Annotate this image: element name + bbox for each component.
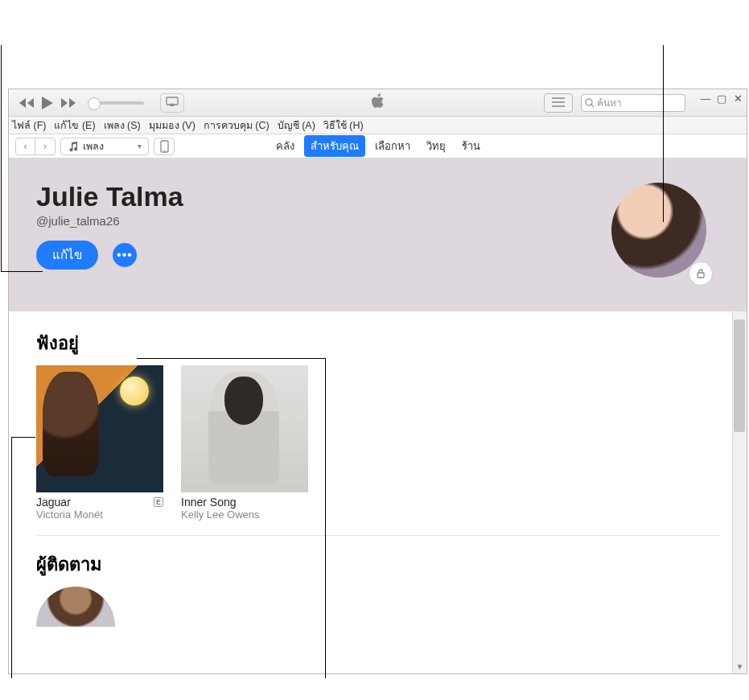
list-view-button[interactable] <box>544 93 573 113</box>
menu-account[interactable]: บัญชี (A) <box>278 117 315 134</box>
navbar: ‹ › เพลง ▾ คลัง สำหรับคุณ เลือกหา วิทยุ … <box>9 134 747 159</box>
close-button[interactable]: ✕ <box>732 93 743 104</box>
callout-line-more <box>325 358 326 678</box>
follower-avatar[interactable] <box>36 587 115 627</box>
menu-song[interactable]: เพลง (S) <box>104 117 141 134</box>
search-icon <box>585 98 595 108</box>
profile-avatar[interactable] <box>611 183 706 278</box>
callout-line-listening <box>11 437 12 678</box>
profile-header: Julie Talma @julie_talma26 แก้ไข ••• <box>9 159 747 311</box>
back-button[interactable]: ‹ <box>16 138 35 154</box>
search-placeholder: ค้นหา <box>597 95 622 110</box>
device-button[interactable] <box>154 138 175 155</box>
menu-controls[interactable]: การควบคุม (C) <box>204 117 270 134</box>
minimize-button[interactable]: — <box>700 93 711 104</box>
content-pane: ▲ ▼ Julie Talma @julie_talma26 แก้ไข •••… <box>9 159 747 673</box>
tab-radio[interactable]: วิทยุ <box>420 135 452 157</box>
callout-line-left <box>1 45 2 272</box>
section-listening-title: ฟังอยู่ <box>36 329 719 357</box>
lock-icon <box>695 268 706 279</box>
previous-button[interactable] <box>19 97 35 109</box>
scroll-down-icon[interactable]: ▼ <box>733 659 747 673</box>
album-artist: Kelly Lee Owens <box>181 509 308 521</box>
privacy-lock-badge <box>689 261 713 286</box>
next-button[interactable] <box>60 97 76 109</box>
media-type-select[interactable]: เพลง ▾ <box>60 138 149 155</box>
album-title: Inner Song <box>181 496 237 509</box>
app-window: ค้นหา — ▢ ✕ ไฟล์ (F) แก้ไข (E) เพลง (S) … <box>8 89 747 674</box>
album-item[interactable]: Jaguar E Victoria Monét <box>36 365 163 521</box>
menu-file[interactable]: ไฟล์ (F) <box>12 117 46 134</box>
apple-logo-icon <box>371 93 385 113</box>
edit-profile-button[interactable]: แก้ไข <box>36 241 98 270</box>
nav-history: ‹ › <box>15 138 56 155</box>
menu-edit[interactable]: แก้ไข (E) <box>54 117 95 134</box>
section-divider <box>36 535 719 536</box>
menu-view[interactable]: มุมมอง (V) <box>149 117 195 134</box>
section-followers-title: ผู้ติดตาม <box>36 550 719 579</box>
search-input[interactable]: ค้นหา <box>581 94 685 112</box>
volume-slider[interactable] <box>88 101 144 105</box>
menu-help[interactable]: วิธีใช้ (H) <box>323 117 364 134</box>
svg-line-2 <box>591 105 594 107</box>
album-title: Jaguar <box>36 496 71 509</box>
tab-library[interactable]: คลัง <box>270 135 301 157</box>
forward-button[interactable]: › <box>35 138 55 154</box>
more-options-button[interactable]: ••• <box>113 243 137 267</box>
listening-album-row: Jaguar E Victoria Monét Inner Song Kelly… <box>36 365 719 521</box>
airplay-button[interactable] <box>160 93 184 113</box>
playback-controls <box>9 93 184 113</box>
scrollbar-thumb[interactable] <box>734 319 745 432</box>
section-tabs: คลัง สำหรับคุณ เลือกหา วิทยุ ร้าน <box>270 135 487 157</box>
callout-line-more-h <box>137 358 326 359</box>
chevron-down-icon: ▾ <box>138 142 142 150</box>
callout-line-listening-h <box>11 437 35 438</box>
tab-for-you[interactable]: สำหรับคุณ <box>304 135 365 157</box>
profile-sections: ฟังอยู่ Jaguar E Victoria Monét Inner So… <box>9 311 747 644</box>
svg-point-1 <box>586 99 592 105</box>
maximize-button[interactable]: ▢ <box>716 93 727 104</box>
album-cover[interactable] <box>181 365 308 492</box>
svg-point-4 <box>163 150 165 151</box>
svg-rect-5 <box>698 273 704 278</box>
tab-store[interactable]: ร้าน <box>455 135 487 157</box>
tab-browse[interactable]: เลือกหา <box>368 135 417 157</box>
play-button[interactable] <box>41 96 54 110</box>
album-cover[interactable] <box>36 365 163 492</box>
media-type-label: เพลง <box>83 138 104 154</box>
music-note-icon <box>68 141 79 152</box>
titlebar: ค้นหา — ▢ ✕ <box>9 89 747 117</box>
menubar: ไฟล์ (F) แก้ไข (E) เพลง (S) มุมมอง (V) ก… <box>9 117 747 134</box>
callout-line-left-h <box>1 271 43 272</box>
callout-line-right <box>663 45 664 222</box>
album-item[interactable]: Inner Song Kelly Lee Owens <box>181 365 308 521</box>
explicit-badge: E <box>154 497 163 507</box>
album-artist: Victoria Monét <box>36 509 163 521</box>
